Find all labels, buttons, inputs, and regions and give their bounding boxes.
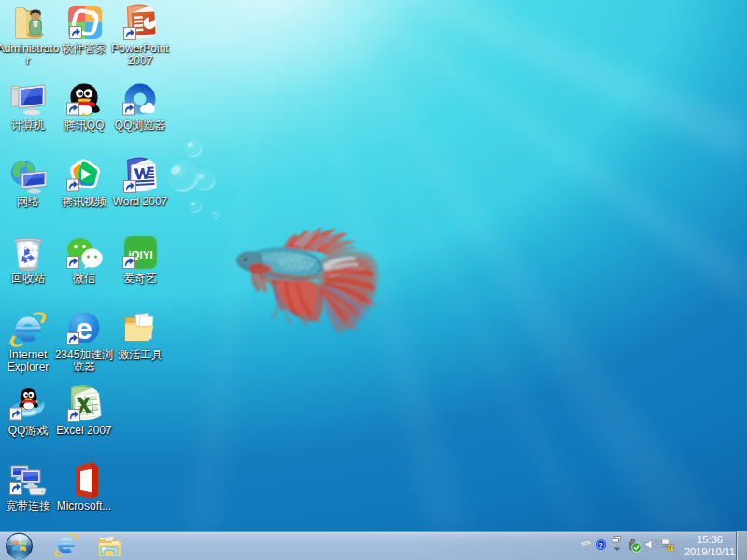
svg-text:15:36: 15:36 — [697, 534, 723, 545]
svg-text:2019/10/11: 2019/10/11 — [684, 546, 735, 557]
svg-text:?: ? — [599, 541, 603, 550]
